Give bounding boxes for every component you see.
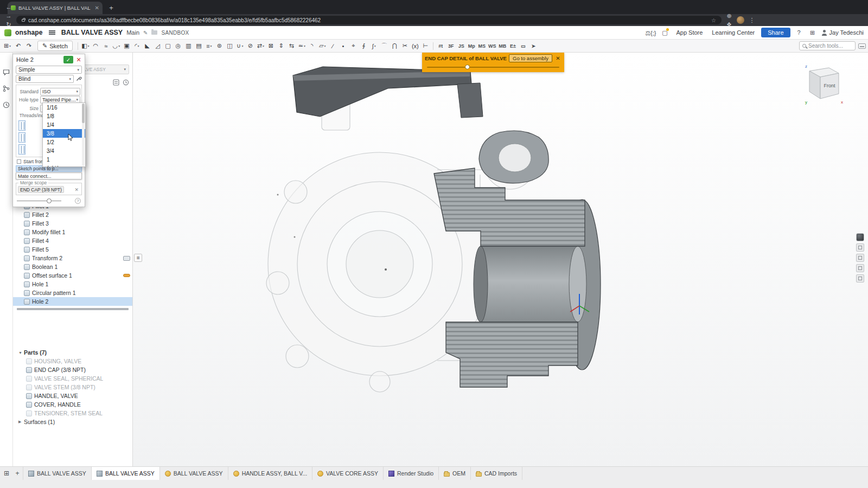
size-option[interactable]: 1/16 (43, 103, 85, 112)
forward-icon[interactable]: → (4, 11, 13, 20)
revolve-icon[interactable]: ◠ (91, 41, 101, 51)
feature-item[interactable]: Modify fillet 1 (13, 228, 132, 236)
chevron-right-icon[interactable]: ▶ (18, 420, 24, 424)
document-tab[interactable]: BALL VALVE ASSY (160, 467, 228, 480)
document-tab[interactable]: BALL VALVE ASSY (92, 467, 160, 480)
help-icon[interactable]: ? (794, 29, 804, 36)
extrude-icon[interactable]: ◧ (80, 41, 91, 51)
slider-handle[interactable] (465, 65, 470, 69)
hole-thumbnail[interactable] (18, 120, 25, 131)
hole-thumbnail[interactable] (18, 144, 25, 155)
hole-thumbnail[interactable] (18, 132, 25, 143)
branch-name[interactable]: Main (126, 29, 139, 36)
offset-surface-icon[interactable]: ≃ (297, 41, 307, 51)
cancel-button[interactable]: ✕ (75, 56, 82, 63)
laser-pointer-icon[interactable]: ➤ (528, 41, 539, 51)
onshape-logo-icon[interactable] (4, 29, 11, 36)
display-options-icon[interactable] (856, 243, 864, 252)
linear-pattern-icon[interactable]: ≡ (204, 41, 214, 51)
undo-icon[interactable]: ↶ (13, 41, 23, 51)
notifications-icon[interactable]: ▢ (660, 29, 669, 36)
feature-item[interactable]: Circular pattern 1 (13, 288, 132, 297)
custom-feature-3f-icon[interactable]: 3F (446, 41, 456, 51)
size-option[interactable]: 3/8 (43, 129, 85, 138)
custom-feature-ws-icon[interactable]: WS (487, 41, 497, 51)
part-item[interactable]: VALVE SEAL, SPHERICAL (13, 374, 132, 383)
hole-icon[interactable]: ◎ (173, 41, 183, 51)
units-icon[interactable]: ⚖ (645, 30, 650, 36)
parts-group[interactable]: ▼ Parts (7) (13, 348, 132, 357)
browser-profile-avatar[interactable] (737, 16, 744, 24)
part-item[interactable]: COVER, HANDLE (13, 400, 132, 409)
remove-chip-icon[interactable]: ✕ (73, 187, 80, 192)
axis-icon[interactable]: ∕ (328, 41, 338, 51)
feature-list-options-icon[interactable] (113, 79, 119, 87)
extensions-icon[interactable]: ❖ (725, 20, 733, 29)
custom-feature-js-icon[interactable]: JS (456, 41, 467, 51)
go-to-assembly-button[interactable]: Go to assembly (509, 54, 552, 62)
feature-item[interactable]: Offset surface 1 (13, 271, 132, 280)
delete-face-icon[interactable]: ⊠ (266, 41, 276, 51)
isolate-icon[interactable] (856, 264, 864, 272)
document-tab[interactable]: Render Studio (384, 467, 439, 480)
feature-item[interactable]: Transform 2 (13, 254, 132, 262)
view-cube[interactable]: Front z x y (801, 57, 846, 109)
slider-handle[interactable] (47, 198, 52, 203)
feature-item[interactable]: Boolean 1 (13, 262, 132, 271)
document-tab[interactable]: VALVE CORE ASSY (312, 467, 384, 480)
custom-feature-ms-icon[interactable]: MS (477, 41, 487, 51)
part-item[interactable]: HOUSING, VALVE (13, 357, 132, 365)
keyboard-shortcuts-icon[interactable] (858, 43, 866, 49)
app-grid-icon[interactable]: ⊞ (808, 29, 818, 36)
browser-tab[interactable]: BALL VALVE ASSY | BALL VAL ✕ (8, 2, 103, 14)
termination-select[interactable]: Blind ▾ (16, 75, 74, 83)
feature-item[interactable]: Hole 1 (13, 280, 132, 288)
rib-icon[interactable]: ▥ (183, 41, 194, 51)
graphics-area[interactable]: END CAP DETAIL of BALL VALVE ASSY Go to … (133, 53, 868, 466)
back-icon[interactable]: ← (4, 3, 13, 11)
surfaces-group[interactable]: ▶ Surfaces (1) (13, 418, 132, 426)
circular-pattern-icon[interactable]: ⊛ (214, 41, 225, 51)
size-option[interactable]: 1/8 (43, 112, 85, 120)
chamfer-icon[interactable]: ◣ (142, 41, 152, 51)
size-option[interactable]: 1 (43, 155, 85, 164)
boolean-icon[interactable]: ∪ (235, 41, 245, 51)
feature-item[interactable]: Fillet 4 (13, 236, 132, 245)
move-face-icon[interactable]: ⇕ (276, 41, 286, 51)
help-icon[interactable]: ? (75, 198, 81, 204)
sweep-icon[interactable]: ≈ (101, 41, 111, 51)
workspace-name[interactable]: SANDBOX (161, 30, 189, 36)
dropdown-scrollbar[interactable] (82, 104, 85, 166)
standard-select[interactable]: ISO ▾ (40, 88, 80, 95)
reload-icon[interactable]: ↻ (4, 20, 13, 29)
hamburger-menu-icon[interactable] (49, 30, 55, 35)
user-menu[interactable]: Jay Tedeschi (821, 29, 864, 36)
size-option[interactable]: 1/4 (43, 120, 85, 129)
hole-style-select[interactable]: Simple ▾ (16, 66, 82, 74)
selection-list-button[interactable]: ≣ (134, 254, 142, 262)
accept-button[interactable]: ✓ (63, 56, 73, 63)
spline-icon[interactable]: ∫ (369, 41, 379, 51)
custom-feature-mb-icon[interactable]: MB (497, 41, 508, 51)
tagged-feature-icon[interactable]: #t (436, 41, 446, 51)
mate-connector-icon[interactable]: ⌖ (348, 41, 359, 51)
tool-search-input[interactable] (808, 43, 852, 49)
mate-connector-field[interactable]: Mate connect... (16, 172, 82, 179)
context-opacity-slider[interactable] (427, 64, 559, 71)
projected-curve-icon[interactable]: ⌒ (379, 41, 390, 51)
rollback-bar[interactable] (17, 308, 129, 310)
screen-share-icon[interactable]: ▭ (518, 41, 528, 51)
document-tab[interactable]: BALL VALVE ASSY (23, 467, 92, 480)
modify-fillet-icon[interactable]: ◝ (307, 41, 317, 51)
helix-icon[interactable]: ∮ (359, 41, 369, 51)
share-button[interactable]: Share (761, 28, 790, 37)
draft-icon[interactable]: ◿ (152, 41, 163, 51)
thicken-icon[interactable]: ▣ (122, 41, 132, 51)
rollback-history-icon[interactable] (123, 79, 129, 87)
transform-icon[interactable]: ⇄ (256, 41, 266, 51)
plane-icon[interactable]: ▱ (317, 41, 328, 51)
part-item[interactable]: END CAP (3/8 NPT) (13, 365, 132, 374)
install-app-icon[interactable]: ⊕ (725, 11, 733, 20)
tab-manager-icon[interactable]: ⊞ (1, 467, 12, 480)
add-tab-button[interactable]: + (12, 467, 23, 480)
